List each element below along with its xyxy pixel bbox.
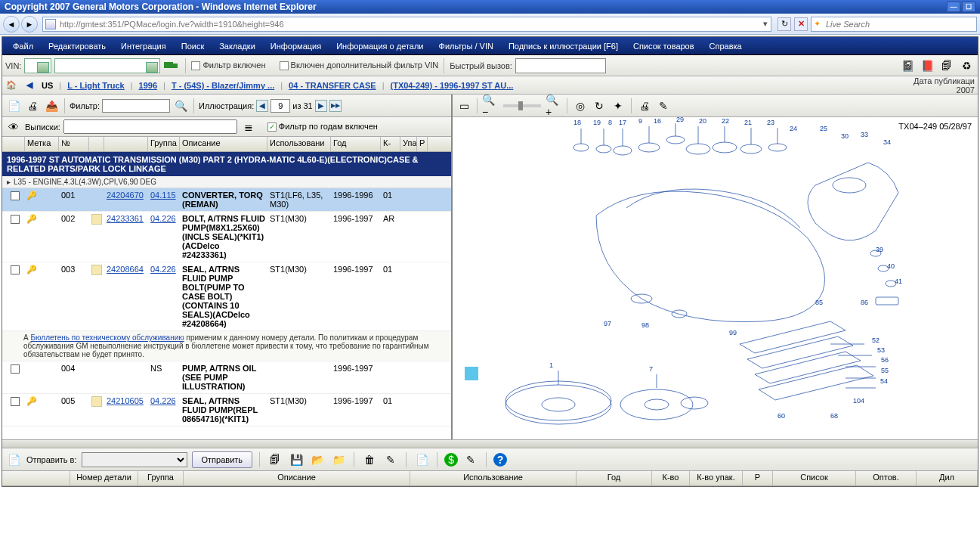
nav-forward-button[interactable]: ► (21, 16, 38, 33)
zoom-slider[interactable] (503, 104, 541, 107)
list-icon[interactable]: ≣ (240, 119, 257, 135)
send-target-select[interactable] (82, 452, 187, 467)
bc-back-button[interactable]: ◀ (23, 79, 36, 91)
vin-extra-filter-checkbox[interactable]: Включен дополнительный фильтр VIN (280, 60, 439, 70)
col-qty[interactable]: К- (381, 137, 400, 151)
notebook-icon[interactable]: 📓 (899, 57, 916, 74)
part-row[interactable]: 🔑0022423336104.226BOLT, A/TRNS FLUID PUM… (2, 212, 451, 262)
refresh-button[interactable]: ↻ (778, 17, 791, 31)
row-partnumber[interactable]: 24233361 (104, 213, 148, 224)
zoom-in-icon[interactable]: 🔍+ (546, 98, 562, 114)
row-partnumber[interactable]: 24210605 (104, 395, 148, 406)
locate-icon[interactable]: ✦ (610, 98, 626, 114)
bcol-use[interactable]: Использование (410, 471, 577, 485)
bcol-dealer[interactable]: Дил (917, 471, 978, 485)
new-list-icon[interactable]: 📄 (5, 451, 22, 468)
filter-search-icon[interactable]: 🔍 (172, 98, 189, 114)
edit-price-icon[interactable]: ✎ (462, 451, 479, 468)
bc-link-2[interactable]: T - (54S) - Blazer/Jimmy ... (172, 81, 274, 90)
zoom-out-icon[interactable]: 🔍− (482, 98, 499, 114)
note-icon[interactable] (91, 396, 102, 407)
redbook-icon[interactable]: 📕 (919, 57, 935, 74)
print-diagram-icon[interactable]: 🖨 (636, 98, 653, 114)
menu-partinfo[interactable]: Информация о детали (329, 39, 431, 54)
nav-back-button[interactable]: ◄ (3, 16, 20, 33)
bcol-list[interactable]: Список (773, 471, 856, 485)
row-checkbox[interactable] (11, 364, 20, 374)
menu-caption[interactable]: Подпись к иллюстрации [F6] (501, 39, 626, 54)
illus-last-button[interactable]: ▶▶ (329, 100, 342, 112)
col-use[interactable]: Использовани (267, 137, 331, 151)
row-group[interactable]: 04.226 (148, 213, 180, 224)
bcol-r[interactable]: Р (743, 471, 773, 485)
menu-edit[interactable]: Редактировать (41, 39, 113, 54)
bcol-pack[interactable]: К-во упак. (690, 471, 743, 485)
part-row[interactable]: 🔑0032420866404.226SEAL, A/TRNS FLUID PUM… (2, 262, 451, 331)
recycle-icon[interactable]: ♻ (958, 57, 975, 74)
col-mark[interactable]: Метка (25, 137, 59, 151)
minimize-button[interactable]: — (947, 2, 960, 12)
help-icon[interactable]: ? (493, 453, 507, 467)
illus-next-button[interactable]: ▶ (315, 100, 327, 112)
export-icon[interactable]: 📤 (43, 98, 60, 114)
menu-file[interactable]: Файл (5, 39, 41, 54)
bc-link-3[interactable]: 04 - TRANSFER CASE (289, 81, 376, 90)
extracts-input[interactable] (63, 119, 237, 134)
illus-prev-button[interactable]: ◀ (256, 100, 268, 112)
col-no[interactable]: № (59, 137, 89, 151)
bulletin-link[interactable]: Бюллетень по техническому обслуживанию (30, 333, 184, 342)
eye-icon[interactable]: 👁 (5, 119, 22, 135)
bc-link-4[interactable]: (TX04-249) - 1996-1997 ST AU... (391, 81, 514, 90)
newpage-icon[interactable]: 📄 (5, 98, 22, 114)
print-icon[interactable]: 🖨 (24, 98, 41, 114)
row-checkbox[interactable] (11, 397, 20, 406)
row-group[interactable]: 04.226 (148, 264, 180, 274)
row-partnumber[interactable]: 24208664 (104, 264, 148, 274)
note-icon[interactable] (91, 214, 102, 225)
part-row[interactable]: 🔑0012420467004.115CONVERTER, TORQ (REMAN… (2, 188, 451, 212)
copy-icon[interactable]: 🗐 (938, 57, 955, 74)
bcol-group[interactable]: Группа (138, 471, 184, 485)
save-icon[interactable]: 💾 (288, 451, 305, 468)
col-pack[interactable]: Упа (400, 137, 417, 151)
menu-bookmarks[interactable]: Закладки (212, 39, 263, 54)
part-row[interactable]: 🔑0052421060504.226SEAL, A/TRNS FLUID PUM… (2, 394, 451, 426)
vin-prefix-dropdown[interactable] (24, 58, 51, 73)
bcol-part[interactable]: Номер детали (70, 471, 138, 485)
menu-help[interactable]: Справка (702, 39, 750, 54)
bc-link-0[interactable]: L - Light Truck (67, 81, 125, 90)
row-group[interactable]: 04.226 (148, 395, 180, 406)
fit-page-icon[interactable]: ▭ (456, 98, 472, 114)
url-input[interactable] (58, 20, 760, 29)
send-button[interactable]: Отправить (192, 451, 253, 468)
stop-button[interactable]: ✕ (794, 17, 808, 31)
row-group[interactable]: 04.115 (148, 190, 180, 200)
horizontal-scrollbar[interactable] (2, 439, 978, 448)
truck-icon[interactable] (163, 57, 180, 74)
search-box[interactable]: ✦ (811, 17, 977, 32)
quick-call-input[interactable] (515, 58, 606, 73)
row-checkbox[interactable] (11, 191, 20, 200)
search-input[interactable] (823, 20, 976, 29)
menu-search[interactable]: Поиск (174, 39, 212, 54)
note-icon[interactable] (91, 265, 102, 275)
menu-info[interactable]: Информация (263, 39, 329, 54)
col-r[interactable]: Р (417, 137, 428, 151)
price-icon[interactable]: $ (444, 453, 458, 467)
rotate-icon[interactable]: ↻ (591, 98, 607, 114)
year-filter-checkbox[interactable]: Фильтр по годам включен (267, 122, 378, 132)
bcol-qty[interactable]: К-во (652, 471, 690, 485)
col-year[interactable]: Год (331, 137, 381, 151)
close-folder-icon[interactable]: 📁 (330, 451, 347, 468)
edit-diagram-icon[interactable]: ✎ (655, 98, 672, 114)
target-icon[interactable]: ◎ (572, 98, 589, 114)
open-folder-icon[interactable]: 📂 (309, 451, 326, 468)
edit-list-icon[interactable]: ✎ (382, 451, 399, 468)
bcol-desc[interactable]: Описание (184, 471, 410, 485)
parts-table-body[interactable]: 1996-1997 ST AUTOMATIC TRANSMISSION (M30… (2, 152, 451, 439)
menu-integration[interactable]: Интеграция (113, 39, 174, 54)
filter-input[interactable] (102, 99, 170, 113)
col-group[interactable]: Группа (148, 137, 180, 151)
menu-filters[interactable]: Фильтры / VIN (431, 39, 501, 54)
maximize-button[interactable]: ☐ (962, 2, 975, 12)
